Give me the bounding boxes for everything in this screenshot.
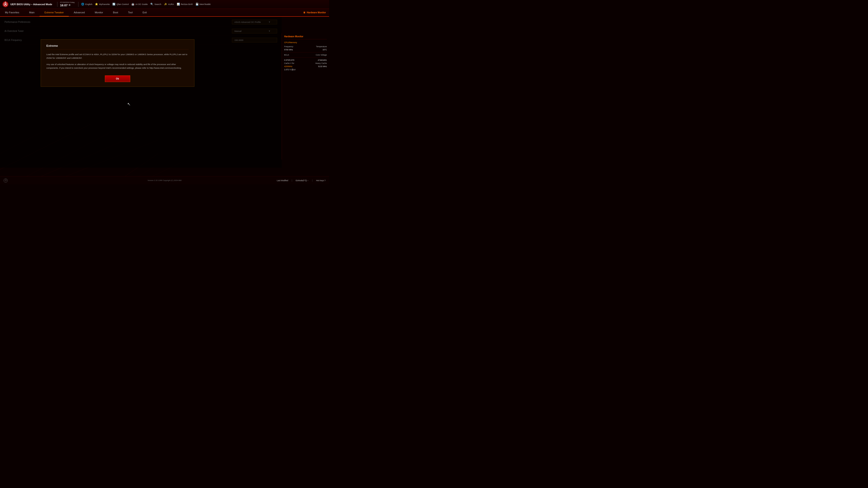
freq-header: Frequency bbox=[284, 45, 293, 48]
modal-box: Extreme Load the Intel Extreme profile a… bbox=[41, 39, 194, 87]
monitor-icon: 🖥 bbox=[303, 11, 305, 14]
heavy-cache-label: Heavy Cache bbox=[315, 62, 327, 64]
ai-icon: 🤖 bbox=[131, 3, 134, 6]
settings-icon[interactable]: ⚙ bbox=[68, 4, 70, 6]
cachev-label: Cache V for bbox=[284, 62, 294, 64]
memtest-icon: 💾 bbox=[195, 3, 199, 6]
hot-keys-label: Hot Keys ? bbox=[316, 180, 326, 182]
content-area: Performance Preferences ASUS Advanced OC… bbox=[0, 17, 329, 168]
info-icon[interactable]: ⓘ bbox=[4, 178, 8, 183]
heavy-cache-freq: 5132 MHz bbox=[318, 65, 327, 68]
myfavorite-label: MyFavorite bbox=[99, 3, 110, 5]
top-nav-memtest[interactable]: 💾 MemTest86 bbox=[195, 3, 211, 6]
hw-row-freq-temp-values: 5700 MHz 33°C bbox=[284, 48, 327, 51]
bclk-header: BCLK bbox=[284, 54, 289, 56]
nav-extreme-tweaker[interactable]: Extreme Tweaker bbox=[39, 9, 69, 17]
hw-row-cachev-freq: 4200MHz 5132 MHz bbox=[284, 65, 327, 68]
top-nav-ai-oc[interactable]: 🤖 AI OC Guide bbox=[131, 3, 148, 6]
hw-row-voltage-l4: 1.072 V @L4 bbox=[284, 68, 327, 71]
nav-advanced[interactable]: Advanced bbox=[69, 9, 90, 17]
nav-exit[interactable]: Exit bbox=[138, 9, 152, 17]
time-label: 16:07 bbox=[60, 4, 68, 7]
hw-sub-title: CPU/Memory bbox=[284, 41, 327, 43]
temp-value: 33°C bbox=[322, 48, 327, 51]
nav-my-favorites[interactable]: My Favorites bbox=[0, 9, 24, 17]
nav-monitor[interactable]: Monitor bbox=[90, 9, 108, 17]
top-nav-aura[interactable]: ✨ AURA bbox=[164, 3, 174, 6]
top-bar: UEFI BIOS Utility – Advanced Mode 07/19/… bbox=[0, 0, 329, 8]
qfan-label: Qfan Control bbox=[116, 3, 129, 5]
ai-oc-label: AI OC Guide bbox=[135, 3, 148, 5]
ez-mode-btn[interactable]: EzMode(F7)|→ bbox=[292, 180, 309, 182]
star-icon: ⭐ bbox=[95, 3, 98, 6]
rog-logo-icon bbox=[2, 1, 8, 7]
top-divider-2 bbox=[78, 2, 79, 7]
hw-divider-2 bbox=[284, 57, 327, 58]
top-nav-search[interactable]: 🔍 Search bbox=[150, 3, 161, 6]
last-modified-label: Last Modified bbox=[277, 180, 288, 182]
globe-icon: 🌐 bbox=[81, 3, 84, 6]
top-nav-english[interactable]: 🌐 English bbox=[81, 3, 92, 6]
modal-paragraph-1: Load the Intel Extreme profile and set I… bbox=[46, 53, 189, 60]
hw-monitor-title: Hardware Monitor bbox=[284, 35, 327, 39]
datetime-area: 07/19/2024 Friday 16:07 ⚙ bbox=[60, 1, 75, 7]
bios-title: UEFI BIOS Utility – Advanced Mode bbox=[10, 3, 52, 6]
top-nav-resize-bar[interactable]: 📊 ReSize BAR bbox=[177, 3, 193, 6]
aura-icon: ✨ bbox=[164, 3, 167, 6]
ok-button[interactable]: Ok bbox=[105, 75, 130, 82]
aura-label: AURA bbox=[168, 3, 174, 5]
cache-value-2: 4746/4451 bbox=[318, 59, 327, 61]
main-content: Performance Preferences ASUS Advanced OC… bbox=[0, 17, 282, 168]
resize-label: ReSize BAR bbox=[181, 3, 193, 5]
hot-keys-btn[interactable]: Hot Keys ? bbox=[312, 180, 326, 182]
modal-overlay: Extreme Load the Intel Extreme profile a… bbox=[0, 17, 282, 168]
top-nav-myfavorite[interactable]: ⭐ MyFavorite bbox=[95, 3, 110, 6]
hw-monitor-nav-label: 🖥 Hardware Monitor bbox=[303, 11, 329, 14]
nav-boot[interactable]: Boot bbox=[108, 9, 123, 17]
hw-row-freq-temp-header: Frequency Temperature bbox=[284, 45, 327, 48]
hardware-monitor-panel: Hardware Monitor CPU/Memory Frequency Te… bbox=[282, 33, 329, 160]
modal-paragraph-2: Any use of unlocked features or alterati… bbox=[46, 63, 189, 70]
last-modified-btn[interactable]: Last Modified bbox=[273, 180, 288, 182]
nav-tool[interactable]: Tool bbox=[123, 9, 137, 17]
freq-value: 5700 MHz bbox=[284, 48, 293, 51]
voltage-l4-value: 1.072 V @L4 bbox=[284, 68, 296, 71]
hw-row-cache-values: 0.970/0.970 4746/4451 bbox=[284, 59, 327, 61]
ez-mode-label: EzMode(F7)|→ bbox=[296, 180, 309, 182]
search-label: Search bbox=[154, 3, 161, 5]
english-label: English bbox=[85, 3, 92, 5]
logo-area: UEFI BIOS Utility – Advanced Mode bbox=[2, 1, 52, 7]
hw-row-cachev-label: Cache V for Heavy Cache bbox=[284, 62, 327, 64]
bottom-bar: ⓘ Version 2.22.1286 Copyright (C) 2024 A… bbox=[0, 176, 329, 184]
core-voltage-header: Core Voltage bbox=[316, 54, 327, 56]
cache-value-1: 0.970/0.970 bbox=[284, 59, 294, 61]
modal-title: Extreme bbox=[46, 44, 189, 50]
version-text: Version 2.22.1286 Copyright (C) 2024 AMI bbox=[148, 180, 182, 182]
search-icon: 🔍 bbox=[150, 3, 153, 6]
top-nav-items: 🌐 English ⭐ MyFavorite 🔄 Qfan Control 🤖 … bbox=[81, 3, 327, 6]
fan-icon: 🔄 bbox=[112, 3, 116, 6]
hw-row-bclk-cv-header: BCLK Core Voltage bbox=[284, 54, 327, 56]
hw-divider-1 bbox=[284, 52, 327, 53]
cache-freq-value: 4200MHz bbox=[284, 65, 292, 68]
resize-icon: 📊 bbox=[177, 3, 180, 6]
top-nav-qfan[interactable]: 🔄 Qfan Control bbox=[112, 3, 129, 6]
modal-buttons: Ok bbox=[46, 75, 189, 82]
bottom-right-items: Last Modified EzMode(F7)|→ Hot Keys ? bbox=[273, 180, 326, 182]
memtest-label: MemTest86 bbox=[199, 3, 211, 5]
date-label: 07/19/2024 Friday bbox=[60, 1, 75, 4]
main-nav: My Favorites Main Extreme Tweaker Advanc… bbox=[0, 8, 329, 17]
temp-header: Temperature bbox=[316, 45, 327, 48]
nav-main[interactable]: Main bbox=[24, 9, 39, 17]
